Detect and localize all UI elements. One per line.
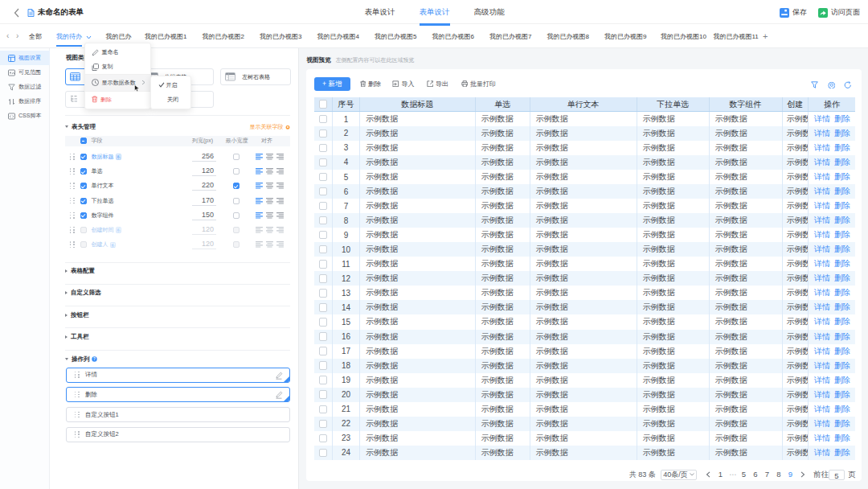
svg-text:?: ? <box>93 357 96 361</box>
